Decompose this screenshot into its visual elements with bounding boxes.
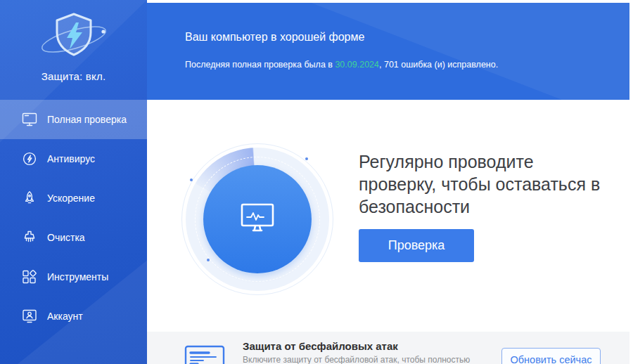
last-scan-date: 30.09.2024	[335, 60, 379, 70]
sidebar-item-label: Полная проверка	[47, 114, 127, 125]
last-scan-suffix: , 701 ошибка (и) исправлено.	[379, 60, 498, 70]
rocket-icon	[21, 190, 38, 207]
sidebar-item-label: Ускорение	[47, 193, 95, 204]
sidebar-item-full-scan[interactable]: Полная проверка	[0, 100, 147, 139]
ring-dot	[207, 259, 210, 261]
sidebar-item-tools[interactable]: Инструменты	[0, 257, 147, 297]
sidebar: Защита: вкл. Полная проверка	[0, 0, 147, 364]
tools-grid-icon	[21, 268, 38, 285]
scan-ring	[181, 143, 333, 295]
last-scan-prefix: Последняя полная проверка была в	[185, 60, 335, 70]
scan-circle[interactable]	[203, 165, 312, 273]
sidebar-item-account[interactable]: Аккаунт	[0, 297, 147, 336]
ring-dot	[305, 157, 308, 160]
update-now-button[interactable]: Обновить сейчас	[501, 348, 601, 364]
health-status-title: Ваш компьютер в хорошей форме	[185, 31, 364, 44]
sidebar-item-antivirus[interactable]: Антивирус	[0, 139, 147, 178]
shield-bolt-orbit-icon	[0, 8, 147, 66]
protection-logo-block: Защита: вкл.	[0, 0, 147, 82]
sidebar-item-cleanup[interactable]: Очистка	[0, 218, 147, 257]
banner-title: Защита от бесфайловых атак	[243, 340, 398, 352]
scan-button[interactable]: Проверка	[359, 229, 474, 262]
status-header: Ваш компьютер в хорошей форме Последняя …	[147, 3, 629, 100]
sidebar-item-label: Инструменты	[47, 271, 108, 282]
monitor-pulse-icon	[239, 202, 276, 237]
sidebar-item-label: Антивирус	[47, 153, 95, 164]
account-user-icon	[21, 308, 38, 325]
antivirus-bolt-icon	[21, 150, 38, 167]
last-scan-summary: Последняя полная проверка была в 30.09.2…	[185, 60, 498, 70]
document-lines-icon	[184, 345, 225, 364]
monitor-scan-icon	[21, 111, 38, 128]
header-deco	[147, 3, 629, 100]
sidebar-item-label: Очистка	[47, 232, 85, 243]
scan-advice-headline: Регулярно проводите проверку, чтобы оста…	[359, 150, 603, 218]
ring-dot	[190, 178, 193, 181]
broom-icon	[21, 229, 38, 246]
fileless-attack-banner: Защита от бесфайловых атак Включите защи…	[147, 332, 629, 364]
protection-status-label: Защита: вкл.	[0, 70, 147, 82]
security-app-window: Защита: вкл. Полная проверка	[0, 0, 633, 364]
sidebar-menu: Полная проверка Антивирус	[0, 100, 147, 336]
sidebar-item-speedup[interactable]: Ускорение	[0, 178, 147, 218]
sidebar-item-label: Аккаунт	[47, 311, 83, 322]
banner-description: Включите защиту от бесфайловой атак, что…	[243, 355, 470, 364]
